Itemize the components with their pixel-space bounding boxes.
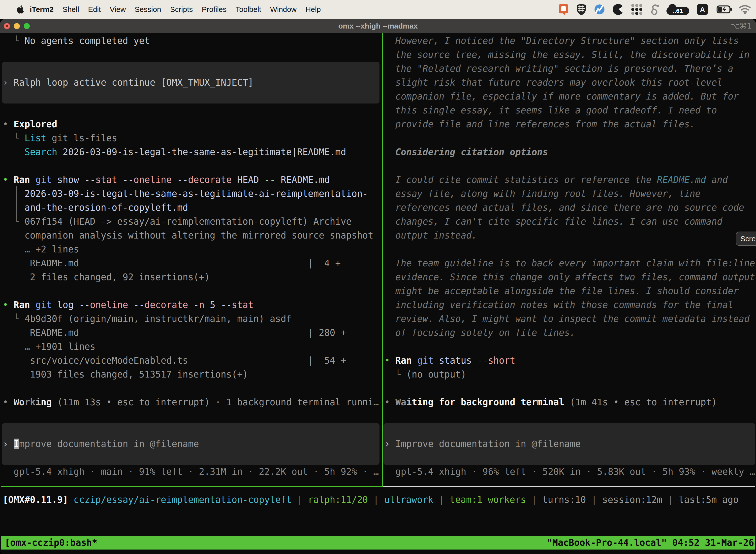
text-run	[472, 355, 477, 366]
text-run: •	[384, 397, 395, 407]
text-run: evidence. Since this change only affects…	[384, 272, 755, 282]
text-run: Considering citation options	[384, 147, 548, 157]
text-run: └	[3, 133, 24, 144]
text-run	[52, 174, 57, 185]
text-run: cczip/essay/ai-reimplementation-copyleft	[74, 494, 292, 505]
menu-item-help[interactable]: Help	[301, 0, 325, 19]
text-run: and-the-erosion-of-copyleft.md	[24, 202, 188, 213]
window-titlebar[interactable]: omx --xhigh --madmax ⌥⌘1	[0, 19, 756, 33]
text-run: including verification notes with those …	[384, 299, 733, 310]
terminal-line-left-16: README.md | 4 +	[3, 257, 340, 270]
count-pill-icon[interactable]: ..61	[666, 3, 690, 15]
text-run: I could cite commit statistics or refere…	[384, 174, 657, 185]
text-run: git	[36, 299, 52, 310]
terminal-line-left-24: 1903 files changed, 513517 insertions(+)	[3, 368, 248, 382]
text-run: ting for background terminal	[412, 397, 564, 407]
text-run: └	[3, 36, 24, 46]
text-run: |	[433, 494, 450, 505]
terminal-line-right-3: slight risk that future readers may over…	[384, 76, 722, 90]
text-run: provide file and line references from th…	[384, 119, 695, 129]
terminal-line-left-0: └ No agents completed yet	[3, 34, 150, 48]
pane-divider[interactable]	[382, 33, 383, 486]
text-run	[204, 299, 210, 310]
text-run: •	[3, 397, 14, 407]
menu-item-window[interactable]: Window	[266, 0, 301, 19]
text-run: --	[221, 299, 232, 310]
menu-item-edit[interactable]: Edit	[83, 0, 106, 19]
menu-item-iterm2[interactable]: iTerm2	[25, 0, 58, 19]
menu-item-toolbelt[interactable]: Toolbelt	[231, 0, 266, 19]
blue-activity-icon[interactable]	[593, 3, 606, 15]
text-run: └	[384, 369, 406, 380]
terminal-line-right-5: this single essay, it seems like a good …	[384, 104, 717, 117]
text-run: changes, I can't cite specific file line…	[384, 216, 722, 227]
terminal-line-left-22: … +1901 lines	[3, 340, 96, 354]
terminal-line-left-8: Search 2026-03-09-is-legal-the-same-as-l…	[3, 145, 346, 159]
text-run: rk	[24, 397, 36, 407]
terminal-line-left-21: README.md | 280 +	[3, 326, 346, 340]
terminal-line-right-31: gpt-5.4 xhigh · 96% left · 520K in · 5.8…	[384, 465, 755, 479]
text-run	[259, 174, 264, 185]
pac-circle-icon[interactable]	[612, 3, 624, 15]
text-run: oneline	[133, 174, 172, 185]
text-run: last:5m ago	[679, 494, 739, 505]
apple-menu-icon[interactable]	[16, 5, 24, 14]
terminal-line-right-20: review. Also, I might want to inspect th…	[384, 312, 750, 326]
menu-item-shell[interactable]: Shell	[58, 0, 83, 19]
text-run: |	[662, 494, 679, 505]
text-run: The team guideline is to back every impo…	[384, 258, 755, 269]
text-run: of focusing solely on file lines.	[384, 327, 575, 338]
wifi-icon[interactable]	[739, 5, 751, 14]
text-run: Search	[24, 147, 57, 157]
text-run	[3, 147, 24, 157]
dot-grid-icon[interactable]	[631, 3, 643, 15]
shield-grid-icon[interactable]	[576, 3, 587, 16]
text-run: git	[417, 355, 434, 366]
terminal-line-right-8: Considering citation options	[384, 145, 548, 159]
tmux-pane-left[interactable]: └ No agents completed yet› Ralph loop ac…	[3, 34, 379, 486]
text-run: Ralph loop active continue [OMX_TMUX_INJ…	[14, 77, 253, 88]
text-run: team:1 workers	[450, 494, 526, 505]
text-run: (11m 13s • esc to interrupt) · 1 backgro…	[52, 397, 379, 407]
terminal-line-left-3: › Ralph loop active continue [OMX_TMUX_I…	[3, 76, 253, 90]
tmux-status-line: [OMX#0.11.9] cczip/essay/ai-reimplementa…	[3, 493, 739, 507]
text-run: └	[3, 314, 24, 324]
dragon-icon[interactable]	[649, 3, 659, 16]
terminal-line-right-10: I could cite commit statistics or refere…	[384, 173, 728, 187]
text-run: List	[24, 133, 46, 144]
terminal-line-left-23: src/voice/voiceModeEnabled.ts | 54 +	[3, 354, 346, 368]
terminal-line-left-13: └ 067f154 (HEAD -> essay/ai-reimplementa…	[3, 215, 352, 229]
text-run: --	[177, 174, 188, 185]
text-run: README.md	[657, 174, 706, 185]
terminal-line-left-17: 2 files changed, 92 insertions(+)	[3, 270, 210, 284]
text-run: --	[84, 174, 96, 185]
terminal-line-right-11: essay file, along with finding root file…	[384, 187, 701, 201]
terminal-line-left-7: └ List git ls-files	[3, 131, 117, 145]
text-run	[172, 174, 177, 185]
text-run: ›	[384, 439, 395, 449]
text-run: turns:10	[543, 494, 586, 505]
menu-item-profiles[interactable]: Profiles	[197, 0, 231, 19]
screen-overlay-button[interactable]: Scre	[736, 232, 756, 246]
tmux-pane-right[interactable]: However, I noticed the "Directory Struct…	[384, 34, 756, 486]
text-run: 1903 files changed, 513517 insertions(+)	[3, 369, 248, 380]
menu-item-session[interactable]: Session	[130, 0, 166, 19]
text-run: the "Related research writing" section i…	[384, 63, 733, 74]
text-run: --	[123, 174, 134, 185]
menu-item-scripts[interactable]: Scripts	[166, 0, 197, 19]
terminal-line-right-6: provide file and line references from th…	[384, 117, 695, 131]
text-run	[434, 355, 439, 366]
chat-app-icon[interactable]	[558, 3, 569, 15]
text-run	[117, 174, 123, 185]
input-source-icon[interactable]: A	[696, 3, 708, 15]
text-run: companion analysis without altering the …	[3, 230, 373, 241]
terminal-line-right-19: including verification notes with those …	[384, 298, 733, 312]
text-run: Wa	[395, 397, 406, 407]
text-run: |	[586, 494, 602, 505]
text-run: No agents completed yet	[24, 36, 150, 46]
terminal-content: └ No agents completed yet› Ralph loop ac…	[0, 33, 756, 554]
battery-icon[interactable]	[715, 5, 732, 13]
screen-session-name: [omx-cczip0:bash*	[5, 536, 98, 550]
menu-item-view[interactable]: View	[106, 0, 130, 19]
text-run: this single essay, it seems like a good …	[384, 105, 717, 116]
